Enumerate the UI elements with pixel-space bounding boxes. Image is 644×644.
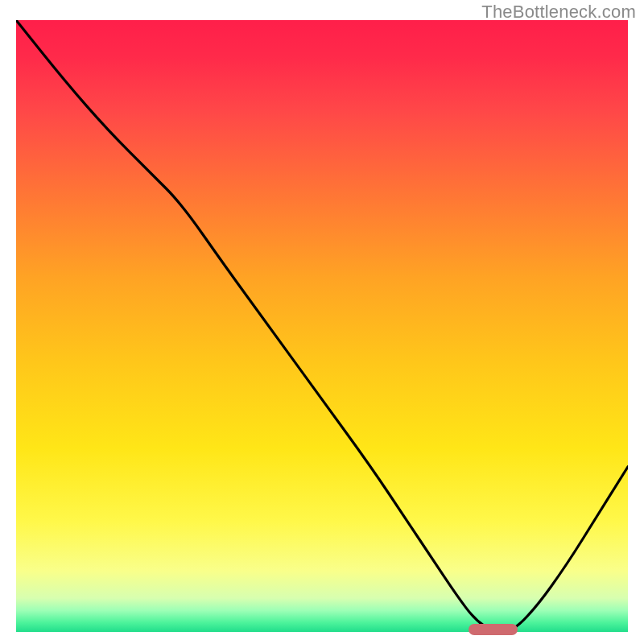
chart-svg: [16, 20, 628, 632]
optimal-marker: [469, 624, 518, 635]
watermark-text: TheBottleneck.com: [481, 2, 636, 23]
gradient-background: [16, 20, 628, 632]
